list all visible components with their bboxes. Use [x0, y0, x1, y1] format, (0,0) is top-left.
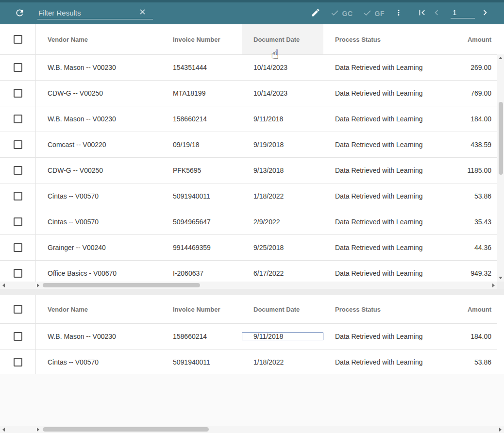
vendor-name-cell[interactable]: Cintas -- V00570 [36, 358, 161, 366]
column-header-amount[interactable]: Amount [454, 36, 497, 43]
vertical-scrollbar-thumb[interactable] [499, 102, 503, 175]
document-date-cell[interactable]: 2/9/2022 [242, 218, 323, 226]
process-status-cell[interactable]: Data Retrieved with Learning [323, 167, 454, 174]
row-select-checkbox[interactable] [14, 166, 22, 175]
amount-cell[interactable]: 949.32 [454, 269, 497, 277]
invoice-number-cell[interactable]: 158660214 [161, 333, 242, 340]
invoice-number-cell[interactable]: 09/19/18 [161, 141, 242, 149]
invoice-number-cell[interactable]: I-2060637 [161, 269, 242, 277]
horizontal-scrollbar-upper[interactable] [0, 282, 497, 289]
row-select-checkbox[interactable] [14, 192, 22, 200]
scroll-right-button[interactable] [35, 282, 42, 289]
table-row[interactable]: Cintas -- V0057050919400111/18/2022Data … [0, 350, 497, 375]
table-row[interactable]: W.B. Mason -- V002301586602149/11/2018Da… [0, 324, 497, 350]
vendor-name-cell[interactable]: Grainger -- V00240 [36, 244, 161, 251]
amount-cell[interactable]: 53.86 [454, 192, 497, 200]
column-header-document-date[interactable]: Document Date [242, 24, 323, 54]
scroll-left-button[interactable] [0, 426, 7, 433]
table-row[interactable]: CDW-G -- V00250PFK56959/13/2018Data Retr… [0, 158, 497, 183]
gf-button[interactable]: GF [363, 8, 385, 19]
vendor-name-cell[interactable]: W.B. Mason -- V00230 [36, 333, 161, 340]
document-date-cell[interactable]: 9/25/2018 [242, 244, 323, 251]
column-header-process-status[interactable]: Process Status [323, 306, 454, 313]
first-page-button[interactable] [417, 7, 427, 19]
document-date-cell[interactable]: 10/14/2023 [242, 89, 323, 97]
table-row[interactable]: CDW-G -- V00250MTA1819910/14/2023Data Re… [0, 81, 497, 106]
column-header-vendor-name[interactable]: Vendor Name [36, 36, 161, 43]
row-select-checkbox[interactable] [14, 269, 22, 278]
amount-cell[interactable]: 1185.00 [454, 167, 497, 174]
scroll-left-button[interactable] [0, 282, 7, 289]
invoice-number-cell[interactable]: 5091940011 [161, 192, 242, 200]
row-select-checkbox[interactable] [14, 140, 22, 149]
table-row[interactable]: Cintas -- V0057050949656472/9/2022Data R… [0, 209, 497, 235]
horizontal-scrollbar-lower[interactable] [0, 426, 504, 433]
invoice-number-cell[interactable]: PFK5695 [161, 167, 242, 174]
table-row[interactable]: Cintas -- V0057050919400111/18/2022Data … [0, 183, 497, 209]
row-select-checkbox[interactable] [14, 332, 22, 341]
invoice-number-cell[interactable]: 9914469359 [161, 244, 242, 251]
amount-cell[interactable]: 184.00 [454, 115, 497, 123]
process-status-cell[interactable]: Data Retrieved with Learning [323, 358, 454, 366]
vendor-name-cell[interactable]: W.B. Mason -- V00230 [36, 64, 161, 71]
filter-input[interactable] [37, 8, 138, 17]
table-row[interactable]: W.B. Mason -- V002301586602149/11/2018Da… [0, 106, 497, 132]
amount-cell[interactable]: 269.00 [454, 64, 497, 71]
horizontal-scrollbar-thumb[interactable] [43, 427, 209, 432]
row-select-checkbox[interactable] [14, 358, 22, 366]
refresh-button[interactable] [15, 8, 25, 19]
document-date-cell[interactable]: 9/11/2018 [242, 333, 323, 340]
row-select-checkbox[interactable] [14, 243, 22, 252]
amount-cell[interactable]: 438.59 [454, 141, 497, 149]
row-select-checkbox[interactable] [14, 63, 22, 72]
select-all-checkbox[interactable] [14, 35, 22, 44]
document-date-cell[interactable]: 1/18/2022 [242, 192, 323, 200]
column-header-invoice-number[interactable]: Invoice Number [161, 306, 242, 313]
table-row[interactable]: Comcast -- V0022009/19/189/19/2018Data R… [0, 132, 497, 158]
invoice-number-cell[interactable]: MTA18199 [161, 89, 242, 97]
scroll-right-button[interactable] [35, 426, 42, 433]
scroll-down-button[interactable] [497, 275, 504, 282]
vendor-name-cell[interactable]: Comcast -- V00220 [36, 141, 161, 149]
scroll-right-button[interactable] [490, 282, 497, 289]
document-date-cell[interactable]: 6/17/2022 [242, 269, 323, 277]
row-select-checkbox[interactable] [14, 89, 22, 98]
vendor-name-cell[interactable]: Cintas -- V00570 [36, 192, 161, 200]
vendor-name-cell[interactable]: Office Basics - V00670 [36, 269, 161, 277]
edit-button[interactable] [311, 8, 320, 19]
process-status-cell[interactable]: Data Retrieved with Learning [323, 192, 454, 200]
column-header-vendor-name[interactable]: Vendor Name [36, 306, 161, 313]
document-date-cell[interactable]: 9/11/2018 [242, 115, 323, 123]
clear-filter-button[interactable] [138, 8, 147, 17]
horizontal-scrollbar-thumb[interactable] [43, 283, 200, 287]
document-date-cell[interactable]: 9/13/2018 [242, 167, 323, 174]
amount-cell[interactable]: 184.00 [454, 333, 497, 340]
vendor-name-cell[interactable]: CDW-G -- V00250 [36, 89, 161, 97]
column-header-process-status[interactable]: Process Status [323, 36, 454, 43]
document-date-cell[interactable]: 1/18/2022 [242, 358, 323, 366]
amount-cell[interactable]: 769.00 [454, 89, 497, 97]
invoice-number-cell[interactable]: 5094965647 [161, 218, 242, 226]
column-header-document-date[interactable]: Document Date [242, 306, 323, 313]
invoice-number-cell[interactable]: 154351444 [161, 64, 242, 71]
invoice-number-cell[interactable]: 158660214 [161, 115, 242, 123]
process-status-cell[interactable]: Data Retrieved with Learning [323, 89, 454, 97]
gc-button[interactable]: GC [330, 8, 353, 19]
amount-cell[interactable]: 35.43 [454, 218, 497, 226]
vendor-name-cell[interactable]: Cintas -- V00570 [36, 218, 161, 226]
document-date-cell[interactable]: 10/14/2023 [242, 64, 323, 71]
process-status-cell[interactable]: Data Retrieved with Learning [323, 218, 454, 226]
process-status-cell[interactable]: Data Retrieved with Learning [323, 244, 454, 251]
table-row[interactable]: W.B. Mason -- V0023015435144410/14/2023D… [0, 55, 497, 81]
column-header-amount[interactable]: Amount [454, 306, 497, 313]
scroll-right-button[interactable] [497, 426, 504, 433]
vendor-name-cell[interactable]: W.B. Mason -- V00230 [36, 115, 161, 123]
document-date-cell[interactable]: 9/19/2018 [242, 141, 323, 149]
invoice-number-cell[interactable]: 5091940011 [161, 358, 242, 366]
vendor-name-cell[interactable]: CDW-G -- V00250 [36, 167, 161, 174]
scroll-up-button[interactable] [497, 54, 504, 61]
select-all-checkbox[interactable] [14, 305, 22, 314]
column-header-invoice-number[interactable]: Invoice Number [161, 36, 242, 43]
process-status-cell[interactable]: Data Retrieved with Learning [323, 269, 454, 277]
process-status-cell[interactable]: Data Retrieved with Learning [323, 115, 454, 123]
